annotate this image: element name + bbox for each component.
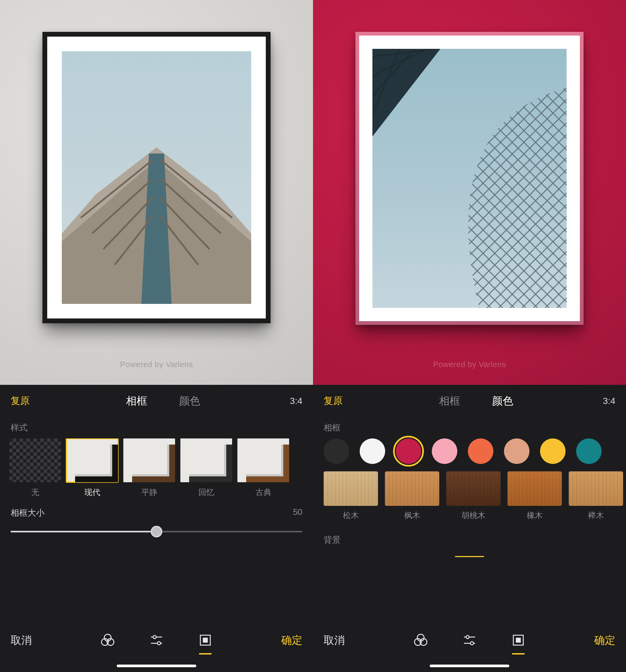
- svg-point-28: [466, 635, 469, 639]
- frame-icon[interactable]: [510, 632, 527, 649]
- frame-size-row: 相框大小 50: [0, 498, 313, 539]
- filters-icon[interactable]: [412, 632, 429, 649]
- size-value: 50: [293, 507, 302, 519]
- slider-knob[interactable]: [151, 526, 162, 537]
- swatch-orange[interactable]: [468, 438, 493, 464]
- wood-thumb: [507, 471, 562, 506]
- wood-thumb: [569, 471, 623, 506]
- reset-button[interactable]: 复原: [10, 394, 45, 407]
- swatch-white[interactable]: [360, 438, 385, 464]
- wood-material-row: 松木枫木胡桃木橡木榉木: [313, 464, 626, 521]
- wood-oak[interactable]: 橡木: [507, 471, 562, 521]
- style-section-label: 样式: [0, 417, 313, 438]
- tab-color[interactable]: 颜色: [492, 393, 513, 408]
- swatch-teal[interactable]: [576, 438, 602, 464]
- photo-frame-pink: [355, 32, 583, 325]
- confirm-button[interactable]: 确定: [576, 633, 616, 648]
- swatch-tan[interactable]: [504, 438, 529, 464]
- style-thumb-calm: [123, 438, 175, 482]
- wood-pine[interactable]: 松木: [324, 471, 378, 521]
- watermark-text: Powered by Varlens: [313, 360, 626, 369]
- frame-mat: [359, 35, 580, 321]
- tab-row: 复原 相框 颜色 3:4: [313, 385, 626, 417]
- tab-frame[interactable]: 相框: [439, 393, 460, 408]
- aspect-ratio[interactable]: 3:4: [594, 396, 616, 406]
- wood-thumb: [385, 471, 439, 506]
- adjust-icon[interactable]: [148, 632, 165, 649]
- adjust-icon[interactable]: [461, 632, 478, 649]
- cancel-button[interactable]: 取消: [324, 633, 364, 648]
- background-section-label: 背景: [313, 529, 626, 551]
- style-calm[interactable]: 平静: [123, 438, 175, 498]
- style-classic[interactable]: 古典: [237, 438, 289, 498]
- wood-label: 枫木: [404, 510, 420, 521]
- svg-point-17: [157, 642, 161, 645]
- wood-label: 榉木: [588, 510, 604, 521]
- style-label: 现代: [84, 487, 100, 498]
- svg-point-15: [153, 635, 156, 639]
- wood-label: 松木: [343, 510, 359, 521]
- framed-photo-2: [372, 49, 567, 308]
- frame-color-swatches: [313, 438, 626, 464]
- home-indicator[interactable]: [430, 665, 509, 667]
- home-indicator[interactable]: [117, 665, 196, 667]
- wood-thumb: [446, 471, 501, 506]
- filters-icon[interactable]: [99, 632, 116, 649]
- control-panel-right: 复原 相框 颜色 3:4 相框 松木枫木胡桃木橡木榉木 背景 取消: [313, 385, 626, 672]
- frame-size-slider[interactable]: [10, 526, 302, 537]
- style-label: 古典: [255, 487, 271, 498]
- pane-right: Powered by Varlens 复原 相框 颜色 3:4 相框 松木枫木胡…: [313, 0, 626, 672]
- wood-thumb: [324, 471, 378, 506]
- style-label: 无: [31, 487, 39, 498]
- tab-row: 复原 相框 颜色 3:4: [0, 385, 313, 417]
- wood-maple[interactable]: 枫木: [385, 471, 439, 521]
- cancel-button[interactable]: 取消: [10, 633, 50, 648]
- wood-beech[interactable]: 榉木: [569, 471, 623, 521]
- wood-label: 胡桃木: [461, 510, 485, 521]
- reset-button[interactable]: 复原: [324, 394, 358, 407]
- swatch-yellow[interactable]: [540, 438, 566, 464]
- size-label: 相框大小: [10, 507, 45, 519]
- style-thumb-modern: [66, 438, 118, 482]
- confirm-button[interactable]: 确定: [262, 633, 302, 648]
- preview-area-left[interactable]: Powered by Varlens: [0, 0, 313, 385]
- frame-icon[interactable]: [197, 632, 214, 649]
- style-none[interactable]: 无: [9, 438, 61, 498]
- swatch-crimson[interactable]: [396, 438, 421, 464]
- wood-label: 橡木: [527, 510, 543, 521]
- style-label: 平静: [141, 487, 157, 498]
- wood-walnut[interactable]: 胡桃木: [446, 471, 501, 521]
- style-memory[interactable]: 回忆: [180, 438, 232, 498]
- watermark-text: Powered by Varlens: [0, 360, 313, 369]
- tab-color[interactable]: 颜色: [179, 393, 200, 408]
- pane-left: Powered by Varlens 复原 相框 颜色 3:4 样式 无 现: [0, 0, 313, 672]
- photo-frame-black: [43, 32, 271, 323]
- swatch-pink[interactable]: [432, 438, 457, 464]
- svg-rect-32: [516, 638, 521, 643]
- style-thumb-classic: [237, 438, 289, 482]
- style-thumb-memory: [180, 438, 232, 482]
- aspect-ratio[interactable]: 3:4: [281, 396, 302, 406]
- frame-style-row: 无 现代 平静 回忆 古典: [0, 438, 313, 498]
- tab-frame[interactable]: 相框: [126, 393, 147, 408]
- control-panel-left: 复原 相框 颜色 3:4 样式 无 现代 平静: [0, 385, 313, 672]
- framed-photo-1: [62, 51, 251, 304]
- svg-point-30: [471, 642, 474, 645]
- swatch-black[interactable]: [324, 438, 349, 464]
- bottom-toolbar: 取消 确定: [313, 619, 626, 672]
- style-modern[interactable]: 现代: [66, 438, 118, 498]
- frame-color-section-label: 相框: [313, 417, 626, 438]
- style-label: 回忆: [198, 487, 214, 498]
- svg-rect-19: [203, 638, 208, 643]
- frame-mat: [47, 37, 266, 318]
- preview-area-right[interactable]: Powered by Varlens: [313, 0, 626, 385]
- bottom-toolbar: 取消 确定: [0, 619, 313, 672]
- section-underline: [455, 556, 484, 557]
- style-thumb-none: [9, 438, 61, 482]
